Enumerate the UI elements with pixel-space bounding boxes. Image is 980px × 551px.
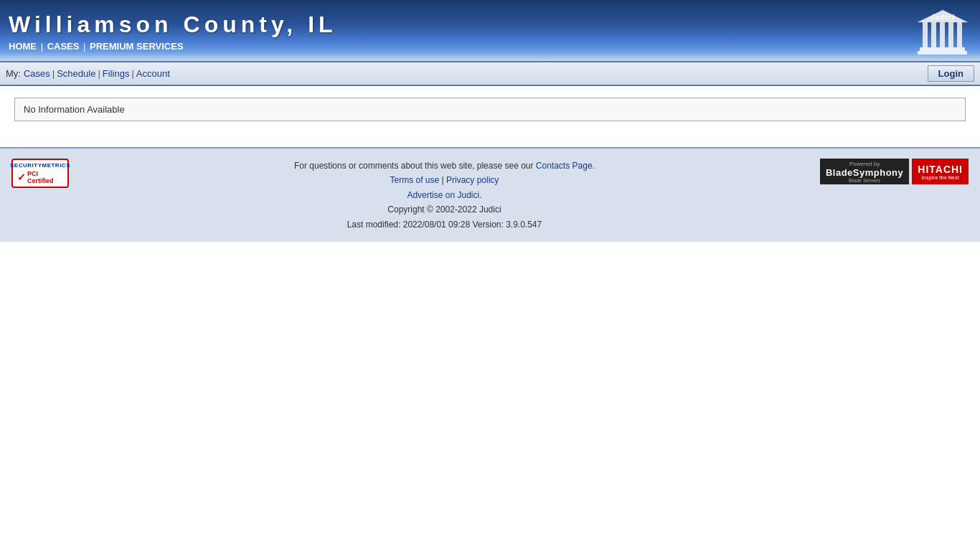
- footer-last-modified: Last modified: 2022/08/01 09:28 Version:…: [69, 217, 820, 232]
- pci-certified-badge: ✓ PCI Certified: [17, 170, 63, 184]
- hitachi-sub: Inspire the Next: [921, 175, 959, 180]
- main-content: No Information Available: [0, 86, 980, 133]
- bladesymphony-sub: Blade Servers: [849, 178, 880, 183]
- nav-cases[interactable]: CASES: [47, 41, 80, 52]
- footer-right: Powered by BladeSymphony Blade Servers H…: [820, 159, 969, 184]
- powered-by-label: Powered by: [849, 161, 880, 167]
- my-filings-link[interactable]: Filings: [103, 68, 130, 79]
- svg-rect-3: [940, 22, 945, 47]
- footer-questions-line: For questions or comments about this web…: [69, 159, 820, 173]
- svg-rect-2: [931, 22, 936, 47]
- login-button[interactable]: Login: [928, 65, 974, 82]
- judici-logo: Judici: [914, 6, 971, 57]
- contacts-page-link[interactable]: Contacts Page: [536, 161, 593, 171]
- my-nav: My: Cases | Schedule | Filings | Account: [6, 68, 170, 79]
- bladesymphony-name: BladeSymphony: [826, 167, 903, 178]
- judici-logo-text: Judici: [914, 6, 971, 57]
- navbar: My: Cases | Schedule | Filings | Account…: [0, 61, 980, 86]
- svg-rect-6: [920, 47, 965, 51]
- info-message-text: No Information Available: [24, 104, 125, 115]
- pci-certified-text: PCI Certified: [27, 170, 63, 184]
- page-footer: securityMETRICS ✓ PCI Certified For ques…: [0, 147, 980, 242]
- footer-questions-text: For questions or comments about this web…: [294, 161, 536, 171]
- header-nav: HOME | CASES | PREMIUM SERVICES: [9, 41, 337, 52]
- terms-link[interactable]: Terms of use: [390, 175, 440, 185]
- my-account-link[interactable]: Account: [136, 68, 170, 79]
- courthouse-icon: Judici: [914, 6, 971, 57]
- my-label: My:: [6, 68, 21, 79]
- hitachi-logo: HITACHI Inspire the Next: [912, 159, 969, 184]
- svg-rect-5: [957, 22, 962, 47]
- footer-left: securityMETRICS ✓ PCI Certified: [11, 159, 69, 188]
- my-cases-link[interactable]: Cases: [24, 68, 50, 79]
- page-header: Williamson County, IL HOME | CASES | PRE…: [0, 0, 980, 61]
- advertise-link[interactable]: Advertise on Judici.: [407, 190, 481, 200]
- nav-home[interactable]: HOME: [9, 41, 37, 52]
- pci-badge: securityMETRICS ✓ PCI Certified: [11, 159, 69, 188]
- footer-advertise-line: Advertise on Judici.: [69, 188, 820, 202]
- site-title: Williamson County, IL: [9, 11, 337, 38]
- footer-legal-links: Terms of use | Privacy policy: [69, 173, 820, 187]
- hitachi-name: HITACHI: [918, 164, 963, 175]
- bladesymphony-logo: Powered by BladeSymphony Blade Servers: [820, 159, 909, 184]
- checkmark-icon: ✓: [17, 171, 26, 183]
- header-left: Williamson County, IL HOME | CASES | PRE…: [9, 11, 337, 52]
- svg-rect-7: [918, 51, 967, 55]
- privacy-link[interactable]: Privacy policy: [446, 175, 499, 185]
- nav-premium[interactable]: PREMIUM SERVICES: [90, 41, 184, 52]
- my-schedule-link[interactable]: Schedule: [57, 68, 95, 79]
- info-message-box: No Information Available: [14, 98, 966, 121]
- svg-rect-4: [948, 22, 953, 47]
- svg-text:Judici: Judici: [930, 12, 955, 21]
- footer-center: For questions or comments about this web…: [69, 159, 820, 232]
- footer-copyright: Copyright © 2002-2022 Judici: [69, 202, 820, 217]
- svg-rect-1: [923, 22, 928, 47]
- security-metrics-label: securityMETRICS: [10, 162, 70, 169]
